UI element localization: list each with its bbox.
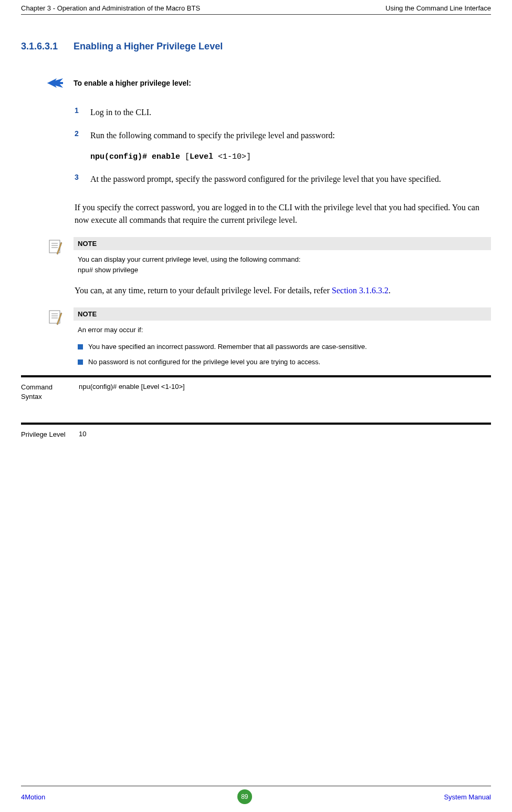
header-right: Using the Command Line Interface: [385, 4, 491, 12]
step-3: 3 At the password prompt, specify the pa…: [75, 173, 491, 186]
page-header: Chapter 3 - Operation and Administration…: [21, 0, 491, 15]
code-command: npu(config)# enable [Level <1-10>]: [90, 152, 491, 161]
note-line1: You can display your current privilege l…: [74, 254, 491, 265]
body-p2b: .: [389, 286, 391, 295]
body-paragraph-2: You can, at any time, return to your def…: [75, 284, 491, 297]
header-left: Chapter 3 - Operation and Administration…: [21, 4, 200, 12]
step-1: 1 Log in to the CLI.: [75, 106, 491, 119]
step-number: 1: [75, 106, 90, 119]
note-header: NOTE: [74, 307, 491, 321]
step-text: Run the following command to specify the…: [90, 129, 491, 142]
body-paragraph-1: If you specify the correct password, you…: [75, 201, 491, 227]
code-part4: <1-10>]: [213, 152, 251, 161]
note-line2: npu# show privilege: [74, 265, 491, 275]
step-number: 3: [75, 173, 90, 186]
body-p2a: You can, at any time, return to your def…: [75, 286, 332, 295]
note-block-2: NOTE An error may occur if: You have spe…: [47, 307, 491, 366]
section-heading: 3.1.6.3.1 Enabling a Higher Privilege Le…: [21, 41, 491, 52]
bullet-icon: [78, 344, 83, 350]
step-number: 2: [75, 129, 90, 142]
section-link[interactable]: Section 3.1.6.3.2: [332, 286, 389, 295]
bullet-text: You have specified an incorrect password…: [88, 343, 367, 351]
instruction-block: To enable a higher privilege level: 1 Lo…: [47, 78, 491, 186]
privilege-level-value: 10: [74, 430, 491, 439]
arrow-icon: [47, 78, 63, 88]
command-syntax-row: Command Syntax npu(config)# enable [Leve…: [21, 375, 491, 402]
note-header: NOTE: [74, 237, 491, 250]
instruction-header: To enable a higher privilege level:: [47, 78, 491, 88]
note-intro: An error may occur if:: [74, 325, 491, 335]
note-bullet-1: You have specified an incorrect password…: [74, 343, 491, 351]
page-footer: 4Motion 89 System Manual: [21, 786, 491, 804]
code-part1: npu(config)# enable: [90, 152, 180, 161]
bullet-icon: [78, 359, 83, 365]
note-icon: [47, 307, 63, 366]
step-text: At the password prompt, specify the pass…: [90, 173, 491, 186]
note-content: NOTE You can display your current privil…: [74, 237, 491, 275]
note-content: NOTE An error may occur if: You have spe…: [74, 307, 491, 366]
instruction-title: To enable a higher privilege level:: [74, 79, 191, 87]
step-2: 2 Run the following command to specify t…: [75, 129, 491, 142]
code-part3: Level: [190, 152, 213, 161]
step-text: Log in to the CLI.: [90, 106, 491, 119]
note-bullet-2: No password is not configured for the pr…: [74, 358, 491, 366]
code-part2: [: [180, 152, 190, 161]
section-number: 3.1.6.3.1: [21, 41, 58, 52]
privilege-level-row: Privilege Level 10: [21, 423, 491, 439]
privilege-level-label: Privilege Level: [21, 430, 74, 439]
note-icon: [47, 237, 63, 275]
note-block-1: NOTE You can display your current privil…: [47, 237, 491, 275]
footer-right[interactable]: System Manual: [444, 793, 491, 801]
section-title: Enabling a Higher Privilege Level: [74, 41, 223, 52]
command-syntax-label: Command Syntax: [21, 383, 74, 402]
bullet-text: No password is not configured for the pr…: [88, 358, 320, 366]
command-syntax-value: npu(config)# enable [Level <1-10>]: [74, 383, 491, 402]
page-number: 89: [237, 789, 252, 804]
footer-left[interactable]: 4Motion: [21, 793, 45, 801]
